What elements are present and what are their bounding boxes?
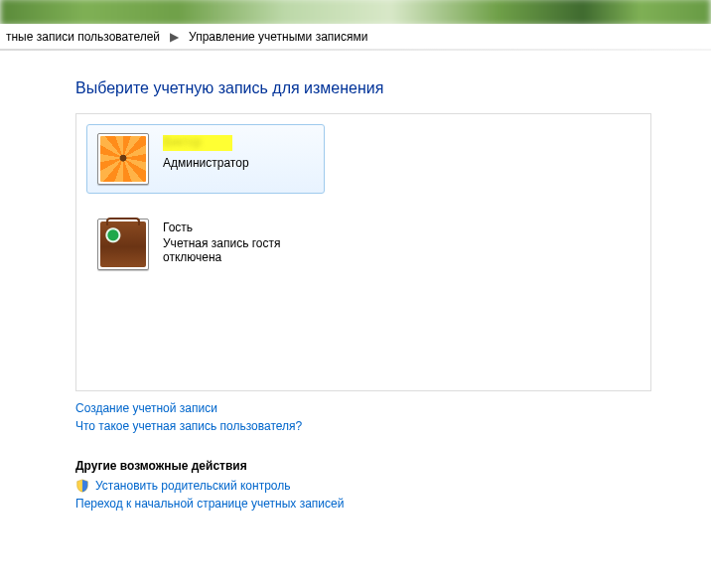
create-account-link[interactable]: Создание учетной записи [75,401,711,415]
avatar [97,133,149,185]
account-item-admin[interactable]: Виктор Администратор [86,124,325,194]
flower-icon [100,136,146,182]
goto-accounts-home-link[interactable]: Переход к начальной странице учетных зап… [75,497,711,511]
account-role: Администратор [163,156,249,170]
window-chrome-blur [0,0,711,26]
other-actions-heading: Другие возможные действия [75,459,711,473]
account-role: Учетная запись гостя отключена [163,236,314,264]
account-name: Гость [163,220,314,234]
parental-control-link[interactable]: Установить родительский контроль [95,479,291,493]
avatar [97,219,149,270]
content-area: Выберите учетную запись для изменения Ви… [0,50,711,511]
parental-control-row: Установить родительский контроль [75,479,711,493]
breadcrumb-level-1[interactable]: тные записи пользователей [0,30,166,44]
page-title: Выберите учетную запись для изменения [75,79,711,97]
account-name-redacted: Виктор [163,135,232,151]
suitcase-icon [100,221,146,267]
chevron-right-icon: ▶ [166,30,183,44]
accounts-list: Виктор Администратор Гость Учетная запис… [75,113,651,391]
account-item-guest[interactable]: Гость Учетная запись гостя отключена [86,210,325,279]
account-text: Гость Учетная запись гостя отключена [163,219,314,264]
account-links: Создание учетной записи Что такое учетна… [75,401,711,433]
shield-icon [75,479,89,493]
what-is-account-link[interactable]: Что такое учетная запись пользователя? [75,419,711,433]
account-text: Виктор Администратор [163,133,249,170]
breadcrumb-level-2[interactable]: Управление учетными записями [183,30,373,44]
breadcrumb: тные записи пользователей ▶ Управление у… [0,24,711,50]
